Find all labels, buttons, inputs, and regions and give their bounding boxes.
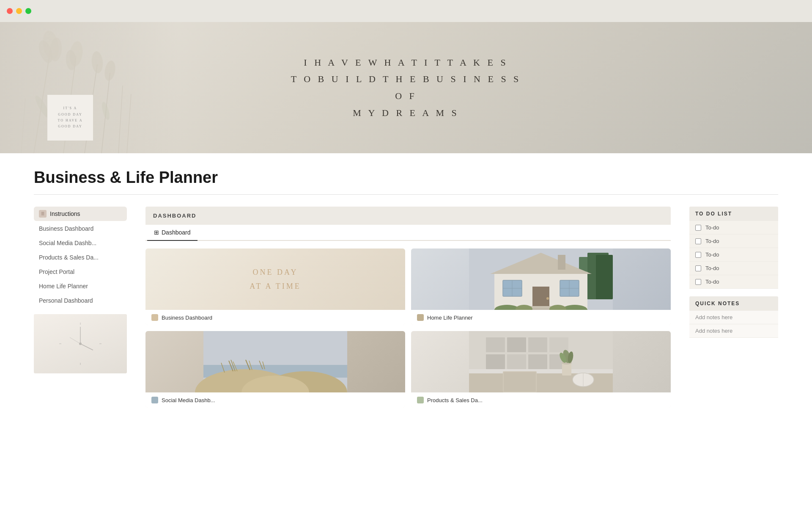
svg-rect-65	[507, 337, 526, 352]
hero-quote: I H A V E W H A T I T T A K E S T O B U …	[291, 54, 521, 121]
sidebar-label-business: Business Dashboard	[39, 225, 93, 232]
card-title-business: Business Dashboard	[162, 315, 212, 321]
hero-quote-line4: M Y D R E A M S	[291, 105, 521, 121]
svg-line-19	[80, 344, 93, 350]
hero-banner: I H A V E W H A T I T T A K E S T O B U …	[0, 22, 812, 153]
svg-rect-30	[596, 255, 613, 299]
hero-quote-line2: T O B U I L D T H E B U S I N E S S	[291, 71, 521, 88]
todo-item-5[interactable]: To-do	[689, 275, 778, 289]
todo-item-1[interactable]: To-do	[689, 221, 778, 235]
hero-quote-line1: I H A V E W H A T I T T A K E S	[291, 54, 521, 71]
card-business-dashboard[interactable]: ONE DAYAT A TIME Business Dashboard	[145, 248, 405, 325]
grid-icon: ⊞	[154, 229, 159, 236]
desk-illustration	[411, 331, 671, 392]
content-grid: ☰ Instructions Business Dashboard Social…	[34, 207, 778, 408]
card-label-business: Business Dashboard	[145, 310, 405, 325]
card-icon-products	[417, 397, 424, 403]
svg-rect-43	[530, 306, 551, 308]
card-title-products: Products & Sales Da...	[427, 397, 483, 403]
sidebar-label-personal: Personal Dashboard	[39, 297, 93, 304]
quick-notes-section: QUICK NOTES Add notes here Add notes her…	[689, 296, 778, 338]
card-label-products: Products & Sales Da...	[411, 392, 671, 408]
todo-checkbox-4[interactable]	[695, 265, 701, 271]
card-image-home	[411, 248, 671, 310]
card-label-home: Home Life Planner	[411, 310, 671, 325]
svg-rect-70	[528, 354, 547, 369]
svg-rect-33	[558, 255, 565, 270]
sidebar-label-project: Project Portal	[39, 268, 74, 275]
page-title: Business & Life Planner	[34, 153, 778, 195]
sidebar-item-instructions[interactable]: ☰ Instructions	[34, 207, 127, 221]
close-button[interactable]	[7, 8, 13, 14]
clock-decoration	[34, 314, 127, 373]
svg-rect-17	[34, 314, 127, 373]
svg-rect-68	[486, 354, 505, 369]
sidebar-item-project-portal[interactable]: Project Portal	[34, 265, 127, 279]
card-image-business: ONE DAYAT A TIME	[145, 248, 405, 310]
note-item-2[interactable]: Add notes here	[689, 324, 778, 338]
hero-inspirational-card: IT'S AGOOD DAYTO HAVE AGOOD DAY	[47, 95, 93, 141]
sidebar: ☰ Instructions Business Dashboard Social…	[34, 207, 135, 408]
todo-checkbox-5[interactable]	[695, 279, 701, 285]
card-icon-business	[151, 314, 158, 321]
card-image-products	[411, 331, 671, 392]
sidebar-item-products-sales[interactable]: Products & Sales Da...	[34, 251, 127, 264]
sidebar-label-products: Products & Sales Da...	[39, 254, 99, 261]
sidebar-thumbnail	[34, 314, 127, 373]
card-home-life[interactable]: Home Life Planner	[411, 248, 671, 325]
svg-point-21	[79, 342, 82, 345]
sidebar-icon-instructions: ☰	[39, 210, 47, 218]
todo-checkbox-3[interactable]	[695, 252, 701, 258]
todo-item-2[interactable]: To-do	[689, 235, 778, 248]
maximize-button[interactable]	[25, 8, 31, 14]
card-title-home: Home Life Planner	[427, 315, 473, 321]
sidebar-label-instructions: Instructions	[50, 210, 80, 217]
todo-checkbox-2[interactable]	[695, 238, 701, 244]
card-label-social: Social Media Dashb...	[145, 392, 405, 408]
house-illustration	[411, 248, 671, 310]
note-item-1[interactable]: Add notes here	[689, 311, 778, 324]
card-grid: ONE DAYAT A TIME Business Dashboard	[145, 248, 671, 408]
todo-item-4[interactable]: To-do	[689, 262, 778, 275]
right-panel: TO DO LIST To-do To-do To-do To-do	[681, 207, 778, 408]
svg-point-35	[546, 297, 549, 300]
main-content: Business & Life Planner ☰ Instructions B…	[0, 153, 812, 508]
svg-rect-69	[507, 354, 526, 369]
hero-card-text: IT'S AGOOD DAYTO HAVE AGOOD DAY	[58, 105, 82, 130]
todo-label-4: To-do	[705, 265, 719, 271]
card-title-social: Social Media Dashb...	[162, 397, 215, 403]
todo-label-3: To-do	[705, 251, 719, 258]
sidebar-label-home: Home Life Planner	[39, 283, 88, 290]
dashboard-tabs: ⊞ Dashboard	[145, 225, 671, 241]
quick-notes-header: QUICK NOTES	[689, 296, 778, 311]
todo-label-2: To-do	[705, 238, 719, 244]
tab-dashboard[interactable]: ⊞ Dashboard	[147, 225, 198, 241]
card-quote-text: ONE DAYAT A TIME	[250, 265, 301, 293]
sidebar-item-business-dashboard[interactable]: Business Dashboard	[34, 222, 127, 235]
sidebar-item-personal-dashboard[interactable]: Personal Dashboard	[34, 294, 127, 307]
sidebar-item-social-media[interactable]: Social Media Dashb...	[34, 236, 127, 250]
svg-line-20	[70, 337, 80, 344]
todo-list: To-do To-do To-do To-do To-do	[689, 221, 778, 289]
tab-dashboard-label: Dashboard	[162, 229, 191, 236]
todo-checkbox-1[interactable]	[695, 225, 701, 231]
todo-header: TO DO LIST	[689, 207, 778, 221]
todo-item-3[interactable]: To-do	[689, 248, 778, 262]
sidebar-item-home-life[interactable]: Home Life Planner	[34, 279, 127, 293]
dashboard-header: DASHBOARD	[145, 207, 671, 225]
card-icon-home	[417, 314, 424, 321]
beach-illustration	[145, 331, 405, 392]
titlebar	[0, 0, 812, 22]
sidebar-label-social: Social Media Dashb...	[39, 240, 96, 246]
dashboard-section: DASHBOARD ⊞ Dashboard ONE DAYAT A TIME B…	[135, 207, 681, 408]
card-icon-social	[151, 397, 158, 403]
svg-rect-74	[562, 363, 571, 375]
todo-label-1: To-do	[705, 224, 719, 231]
svg-rect-80	[504, 372, 536, 392]
todo-label-5: To-do	[705, 279, 719, 285]
card-products-sales[interactable]: Products & Sales Da...	[411, 331, 671, 408]
minimize-button[interactable]	[16, 8, 22, 14]
card-social-media[interactable]: Social Media Dashb...	[145, 331, 405, 408]
svg-rect-64	[486, 337, 505, 352]
svg-rect-66	[528, 337, 547, 352]
